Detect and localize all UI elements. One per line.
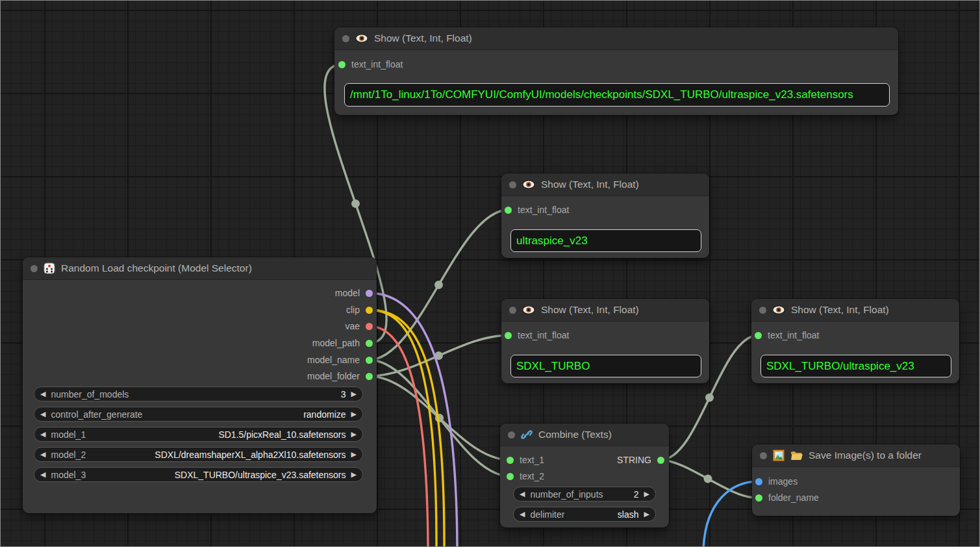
increment-arrow-icon[interactable]: ▶ bbox=[351, 430, 357, 439]
increment-arrow-icon[interactable]: ▶ bbox=[644, 490, 649, 498]
collapse-dot[interactable] bbox=[760, 452, 767, 459]
input-slot-label: text_1 bbox=[520, 455, 544, 465]
folder-icon bbox=[790, 451, 803, 461]
input-slot-text-int-float[interactable]: text_int_float bbox=[505, 203, 569, 217]
widget-value[interactable]: 2 bbox=[634, 489, 639, 500]
widget-number-of-inputs[interactable]: ◀ number_of_inputs 2 ▶ bbox=[513, 487, 656, 502]
output-slot-model[interactable]: model bbox=[335, 286, 373, 300]
decrement-arrow-icon[interactable]: ◀ bbox=[520, 490, 525, 498]
node-combine-texts[interactable]: Combine (Texts) text_1 text_2 STRING ◀ n… bbox=[500, 424, 669, 528]
increment-arrow-icon[interactable]: ▶ bbox=[351, 410, 357, 418]
collapse-dot[interactable] bbox=[759, 307, 766, 314]
input-port-dot-images[interactable] bbox=[755, 478, 762, 485]
input-slot-label: text_2 bbox=[520, 471, 544, 481]
node-show-text-name[interactable]: Show (Text, Int, Float) text_int_float u… bbox=[501, 173, 709, 258]
wire-midpoint-dot bbox=[434, 281, 443, 289]
node-title-bar[interactable]: Show (Text, Int, Float) bbox=[334, 27, 898, 50]
increment-arrow-icon[interactable]: ▶ bbox=[351, 450, 357, 459]
node-title-bar[interactable]: Show (Text, Int, Float) bbox=[751, 299, 959, 322]
widget-value[interactable]: randomize bbox=[303, 409, 346, 420]
increment-arrow-icon[interactable]: ▶ bbox=[351, 470, 357, 479]
widget-control-after-generate[interactable]: ◀ control_after_generate randomize ▶ bbox=[34, 407, 363, 422]
input-slot-text-int-float[interactable]: text_int_float bbox=[755, 328, 819, 342]
output-port-dot-model-path[interactable] bbox=[366, 340, 373, 347]
node-title-bar[interactable]: Combine (Texts) bbox=[500, 424, 669, 446]
output-port-dot-model-folder[interactable] bbox=[366, 373, 373, 380]
increment-arrow-icon[interactable]: ▶ bbox=[351, 390, 357, 398]
node-show-text-folder[interactable]: Show (Text, Int, Float) text_int_float S… bbox=[501, 299, 709, 383]
input-port-dot[interactable] bbox=[507, 473, 514, 480]
output-slot-clip[interactable]: clip bbox=[346, 303, 373, 317]
output-port-dot-clip[interactable] bbox=[366, 307, 373, 314]
output-port-dot-vae[interactable] bbox=[366, 323, 373, 330]
output-port-dot-model-name[interactable] bbox=[366, 357, 373, 364]
display-text-value[interactable]: SDXL_TURBO/ultraspice_v23 bbox=[760, 355, 951, 377]
input-slot-text-2[interactable]: text_2 bbox=[507, 469, 544, 483]
decrement-arrow-icon[interactable]: ◀ bbox=[40, 430, 45, 439]
link-icon bbox=[521, 429, 533, 440]
node-title-bar[interactable]: Random Load checkpoint (Model Selector) bbox=[23, 257, 377, 280]
input-port-dot[interactable] bbox=[755, 332, 762, 339]
widget-model-1[interactable]: ◀ model_1 SD1.5/picxReal_10.safetensors … bbox=[34, 427, 363, 442]
decrement-arrow-icon[interactable]: ◀ bbox=[40, 390, 45, 398]
input-port-dot[interactable] bbox=[507, 457, 514, 464]
increment-arrow-icon[interactable]: ▶ bbox=[644, 510, 649, 518]
input-slot-folder-name[interactable]: folder_name bbox=[755, 490, 819, 505]
wire-midpoint-dot bbox=[704, 475, 712, 483]
widget-delimiter[interactable]: ◀ delimiter slash ▶ bbox=[513, 507, 656, 522]
input-port-dot[interactable] bbox=[505, 207, 512, 214]
widget-value[interactable]: SDXL_TURBO/ultraspice_v23.safetensors bbox=[175, 470, 346, 480]
input-port-dot[interactable] bbox=[505, 332, 512, 339]
output-slot-model-path[interactable]: model_path bbox=[312, 336, 373, 350]
display-text-value[interactable]: SDXL_TURBO bbox=[510, 355, 701, 377]
widget-model-2[interactable]: ◀ model_2 SDXL/dreamshaperXL_alpha2Xl10.… bbox=[34, 447, 363, 462]
widget-model-3[interactable]: ◀ model_3 SDXL_TURBO/ultraspice_v23.safe… bbox=[34, 467, 363, 482]
node-title-bar[interactable]: Save Image(s) to a folder bbox=[752, 444, 960, 467]
wire-midpoint-dot bbox=[705, 394, 714, 402]
widget-value[interactable]: SD1.5/picxReal_10.safetensors bbox=[218, 429, 346, 440]
input-slot-images[interactable]: images bbox=[755, 474, 798, 489]
output-port-dot-model[interactable] bbox=[366, 290, 373, 297]
widget-number-of-models[interactable]: ◀ number_of_models 3 ▶ bbox=[34, 387, 363, 401]
output-slot-model-folder[interactable]: model_folder bbox=[307, 369, 373, 383]
output-slot-string[interactable]: STRING bbox=[617, 453, 664, 467]
input-port-dot-folder-name[interactable] bbox=[755, 494, 762, 502]
collapse-dot[interactable] bbox=[508, 431, 515, 439]
node-title-bar[interactable]: Show (Text, Int, Float) bbox=[501, 173, 709, 196]
output-slot-model-name[interactable]: model_name bbox=[307, 353, 373, 367]
collapse-dot[interactable] bbox=[509, 307, 516, 314]
node-random-load-checkpoint[interactable]: Random Load checkpoint (Model Selector) … bbox=[23, 257, 377, 513]
widget-name: model_2 bbox=[51, 450, 86, 460]
node-show-text-path[interactable]: Show (Text, Int, Float) text_int_float /… bbox=[334, 27, 898, 115]
collapse-dot[interactable] bbox=[342, 35, 349, 42]
node-title-bar[interactable]: Show (Text, Int, Float) bbox=[501, 299, 709, 322]
comfyui-graph-canvas[interactable]: { "ui": { "arrow_left": "◀", "arrow_righ… bbox=[0, 0, 980, 547]
node-title: Save Image(s) to a folder bbox=[809, 450, 922, 461]
input-slot-text-1[interactable]: text_1 bbox=[507, 453, 544, 467]
widget-value[interactable]: slash bbox=[618, 509, 639, 520]
eye-icon bbox=[522, 305, 535, 314]
collapse-dot[interactable] bbox=[31, 265, 38, 272]
node-title: Show (Text, Int, Float) bbox=[791, 304, 889, 316]
decrement-arrow-icon[interactable]: ◀ bbox=[40, 410, 45, 418]
output-port-dot-string[interactable] bbox=[657, 457, 664, 464]
widget-value[interactable]: 3 bbox=[341, 389, 346, 400]
input-slot-text-int-float[interactable]: text_int_float bbox=[338, 57, 403, 71]
wire-midpoint-dot bbox=[351, 199, 360, 208]
decrement-arrow-icon[interactable]: ◀ bbox=[40, 450, 45, 459]
display-text-value[interactable]: ultraspice_v23 bbox=[510, 229, 701, 252]
eye-icon bbox=[772, 305, 785, 314]
widget-value[interactable]: SDXL/dreamshaperXL_alpha2Xl10.safetensor… bbox=[155, 450, 346, 460]
widget-name: model_1 bbox=[51, 429, 86, 440]
node-save-images-to-folder[interactable]: Save Image(s) to a folder images folder_… bbox=[752, 444, 960, 516]
output-slot-vae[interactable]: vae bbox=[345, 319, 373, 333]
output-slot-label: model bbox=[335, 288, 360, 298]
collapse-dot[interactable] bbox=[509, 181, 516, 188]
input-slot-text-int-float[interactable]: text_int_float bbox=[505, 328, 569, 342]
decrement-arrow-icon[interactable]: ◀ bbox=[520, 510, 525, 518]
node-show-text-combined[interactable]: Show (Text, Int, Float) text_int_float S… bbox=[751, 299, 959, 383]
input-port-dot[interactable] bbox=[338, 61, 346, 68]
widget-name: model_3 bbox=[51, 470, 86, 480]
display-text-value[interactable]: /mnt/1To_linux/1To/COMFYUI/ComfyUI/model… bbox=[344, 83, 890, 107]
decrement-arrow-icon[interactable]: ◀ bbox=[40, 470, 45, 479]
